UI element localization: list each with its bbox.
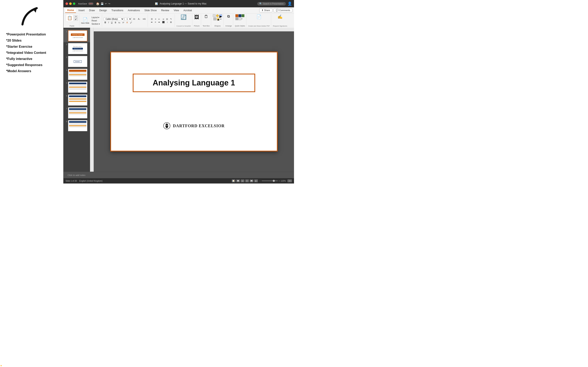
slide-thumb-7 — [68, 107, 87, 118]
tab-slideshow[interactable]: Slide Show — [142, 8, 159, 13]
rtl-button[interactable]: ↰ — [169, 18, 173, 20]
reading-view-btn[interactable]: 📖 — [250, 179, 253, 182]
tab-view[interactable]: View — [172, 8, 181, 13]
highlight-button[interactable]: 🖊 — [129, 21, 133, 24]
font-family-selector[interactable]: Calibri (Body) — [104, 17, 124, 21]
window-maximize-btn[interactable] — [73, 2, 75, 5]
slide-main[interactable]: Analysing Language 1 Dartford Excelsior — [110, 52, 278, 151]
thumb-h-4 — [69, 70, 86, 72]
font-color-button[interactable]: A — [126, 21, 129, 24]
share-button[interactable]: ⬆ Share — [259, 8, 272, 12]
line-spacing[interactable]: ↕ — [166, 21, 169, 24]
thumb-sub-1: ▲ DARTFORD EXCELSIOR — [72, 37, 83, 38]
align-right[interactable]: ➡ — [157, 21, 161, 24]
justify[interactable]: ⬛ — [161, 21, 165, 24]
strikethrough-button[interactable]: S — [114, 21, 117, 24]
style-4 — [235, 17, 238, 20]
signatures-button[interactable]: ✍ — [277, 14, 283, 19]
shapes-more-button[interactable]: ▾ — [220, 17, 222, 20]
slide-item-1[interactable]: 1 Analysing Language 1 ▲ DARTFORD EXCELS… — [63, 29, 90, 42]
adobe-button[interactable]: 📄 — [256, 14, 261, 19]
columns-button[interactable]: ⊟ — [165, 18, 169, 20]
vertical-align[interactable]: ⊞ — [169, 21, 173, 24]
format-painter-button[interactable]: 🖌 — [74, 18, 78, 21]
subscript-button[interactable]: x₂ — [118, 21, 121, 24]
copy-button[interactable]: ⎘ — [74, 16, 78, 18]
shapes-row-2: ★ ▾ — [213, 17, 222, 20]
slide-canvas-area[interactable]: Analysing Language 1 Dartford Excelsior — [90, 28, 294, 172]
main-area: 1 Analysing Language 1 ▲ DARTFORD EXCELS… — [63, 28, 294, 172]
autosave-state[interactable]: OFF — [88, 2, 94, 5]
slide-sorter-btn[interactable]: ⊞ — [245, 179, 249, 182]
slide-item-8[interactable]: 8 ★ — [63, 119, 90, 132]
bold-button[interactable]: B — [104, 21, 107, 24]
numbered-list-button[interactable]: ≡ — [154, 18, 157, 20]
paste-button[interactable]: 📋 — [66, 14, 73, 22]
slide-item-4[interactable]: 4 ★ — [63, 68, 90, 81]
slideshow-btn[interactable]: ▶ — [254, 179, 258, 182]
slide-item-5[interactable]: 5 ★ — [63, 81, 90, 94]
arrow-graphic — [18, 4, 43, 29]
normal-view-btn[interactable]: ▤ — [241, 179, 244, 182]
tab-animations[interactable]: Animations — [126, 8, 142, 13]
decrease-indent-button[interactable]: ⇤ — [158, 18, 161, 20]
zoom-slider[interactable] — [261, 180, 278, 181]
comments-button[interactable]: 💬 Comments — [274, 8, 292, 12]
layout-button[interactable]: Layout▾ — [91, 16, 101, 19]
thumb-hb-7 — [69, 108, 86, 110]
quick-styles-more[interactable]: ▾ — [242, 17, 244, 20]
tab-review[interactable]: Review — [159, 8, 171, 13]
tab-acrobat[interactable]: Acrobat — [182, 8, 194, 13]
section-button[interactable]: Section▾ — [91, 23, 101, 25]
slide-item-6[interactable]: 6 ★ — [63, 94, 90, 106]
font-group: Calibri (Body) 18 A↑ A↓ ✕A B I U S x₂ x² — [103, 14, 148, 27]
paste-row: 📋 ⎘ 🖌 — [66, 14, 78, 22]
shape-circle — [216, 14, 219, 17]
ppt-icon: 📊 — [155, 2, 158, 5]
reset-button[interactable]: Reset — [91, 19, 101, 22]
bullets-button[interactable]: ☰ — [150, 18, 154, 20]
picture-button[interactable]: 🖼 — [194, 14, 199, 20]
italic-button[interactable]: I — [107, 21, 110, 24]
notes-view-btn[interactable]: 📝 — [232, 179, 235, 182]
style-1 — [235, 14, 238, 17]
slide-item-3[interactable]: 3 Example 1 — [63, 55, 90, 68]
new-slide-button[interactable]: 📄 — [83, 17, 88, 22]
paste-label: Paste — [70, 25, 74, 27]
increase-indent-button[interactable]: ⇥ — [162, 18, 165, 20]
window-minimize-btn[interactable] — [69, 2, 72, 5]
window-close-btn[interactable] — [66, 2, 68, 5]
fit-to-window-btn[interactable]: ⊡ — [287, 179, 292, 182]
slide-info: Slide 1 of 20 — [66, 180, 77, 182]
search-box[interactable]: 🔍 Search in Presentation — [257, 2, 286, 6]
thumb-lo-4 — [69, 74, 86, 75]
slide-item-2[interactable]: 2 Please leave a review ☺ Please leave a… — [63, 42, 90, 55]
tab-insert[interactable]: Insert — [76, 8, 86, 13]
increase-font-size[interactable]: A↑ — [132, 18, 137, 20]
underline-button[interactable]: U — [110, 21, 113, 24]
zoom-minus[interactable]: − — [259, 180, 261, 182]
align-left[interactable]: ⬅ — [150, 21, 153, 24]
clear-format[interactable]: ✕A — [142, 18, 146, 20]
font-size-selector[interactable]: 18 — [125, 17, 132, 21]
tab-draw[interactable]: Draw — [87, 8, 97, 13]
notes-bar[interactable]: Click to add notes — [63, 172, 294, 178]
slide-item-7[interactable]: 7 ★ — [63, 106, 90, 119]
tab-home[interactable]: Home — [65, 8, 76, 13]
textbox-button[interactable]: 🗒 — [204, 14, 208, 19]
style-5 — [238, 17, 241, 20]
tab-design[interactable]: Design — [97, 8, 109, 13]
arrange-button[interactable]: ⧉ — [227, 14, 230, 18]
thumb-btn-2: Please leave a review — [72, 48, 83, 50]
decrease-font-size[interactable]: A↓ — [137, 18, 141, 20]
convert-smartart-button[interactable]: 🔄 — [181, 14, 187, 20]
slide-panel[interactable]: 1 Analysing Language 1 ▲ DARTFORD EXCELS… — [63, 28, 90, 172]
align-center[interactable]: ≡ — [154, 21, 157, 24]
zoom-plus[interactable]: + — [279, 180, 280, 182]
superscript-button[interactable]: x² — [122, 21, 125, 24]
style-3 — [242, 14, 244, 17]
thumb-generic-8 — [68, 120, 87, 131]
comments-view-btn[interactable]: 💬 — [236, 179, 240, 182]
thumb-generic-5 — [68, 82, 87, 92]
tab-transitions[interactable]: Transitions — [109, 8, 125, 13]
